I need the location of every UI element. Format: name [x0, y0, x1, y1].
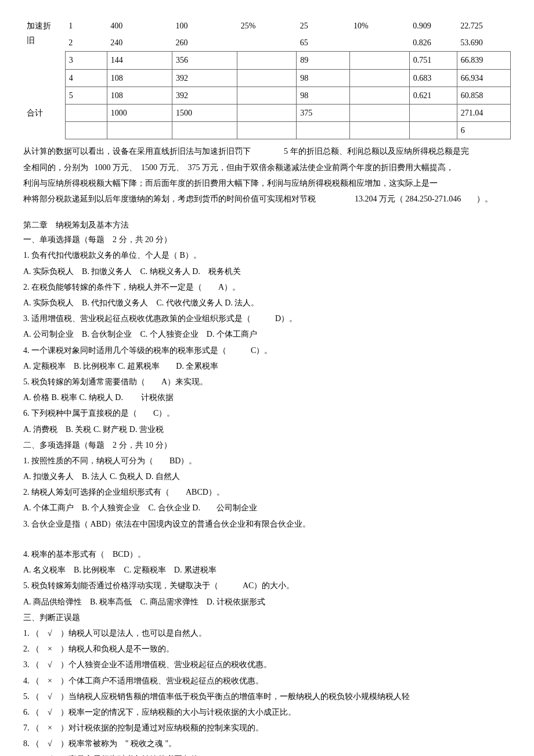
method-label-1: 加速折 [27, 19, 62, 33]
cell: 4 [65, 69, 107, 87]
tf-q6: 6. （ √ ）税率一定的情况下，应纳税额的大小与计税依据的大小成正比。 [23, 705, 511, 719]
cell [65, 104, 107, 121]
text: 1500 万元、 [141, 163, 184, 172]
text: 1000 万元、 [95, 163, 138, 172]
question-3-options: A. 公司制企业 B. 合伙制企业 C. 个人独资企业 D. 个体工商户 [23, 327, 511, 341]
cell: 0.751 [409, 52, 457, 69]
question-1: 1. 负有代扣代缴税款义务的单位、个人是（ B）。 [23, 248, 511, 262]
cell [350, 87, 409, 104]
tf-q9: 9. （ √ ）商品交易行为时税负转嫁的必要条件。 [23, 752, 511, 756]
cell [350, 104, 409, 121]
tf-q2: 2. （ × ）纳税人和负税人是不一致的。 [23, 642, 511, 656]
text: 13.204 万元（ 284.250-271.046 [355, 195, 461, 203]
text: ）。 [477, 195, 493, 203]
cell: 98 [297, 87, 350, 104]
text: 375 万元，但由于双倍余额递减法使企业前两个年度的折旧费用大幅提高， [188, 163, 454, 172]
cell: 392 [172, 69, 237, 87]
cell: 1000 [107, 104, 172, 121]
multi-q2-options: A. 个体工商户 B. 个人独资企业 C. 合伙企业 D. 公司制企业 [23, 501, 511, 515]
cell: 100 [172, 17, 237, 34]
question-6: 6. 下列税种中属于直接税的是（ C）。 [23, 406, 511, 420]
multi-q4: 4. 税率的基本形式有（ BCD）。 [23, 547, 511, 561]
cell: 375 [297, 104, 350, 121]
question-4-options: A. 定额税率 B. 比例税率 C. 超累税率 D. 全累税率 [23, 359, 511, 373]
cell [237, 52, 297, 69]
cell: 25% [237, 17, 297, 34]
question-4: 4. 一个课税对象同时适用几个等级的税率的税率形式是（ C）。 [23, 343, 511, 358]
cell: 144 [107, 52, 172, 69]
cell [237, 104, 297, 121]
cell: 400 [107, 17, 172, 34]
cell: 0.683 [409, 69, 457, 87]
text: 种将部分税款递延到以后年度缴纳的筹划，考虑到货币的时间价值可实现相对节税 [23, 195, 316, 203]
cell [350, 69, 409, 87]
analysis-paragraph: 全相同的，分别为 1000 万元、 1500 万元、 375 万元，但由于双倍余… [23, 160, 511, 175]
method-label-2: 旧 [27, 33, 62, 48]
question-5-options: A. 价格 B. 税率 C. 纳税人 D. 计税依据 [23, 390, 511, 405]
multi-q1: 1. 按照性质的不同，纳税人可分为（ BD）。 [23, 453, 511, 468]
cell: 10% [350, 17, 409, 34]
section-header: 一、单项选择题（每题 2 分，共 20 分） [23, 232, 511, 247]
cell: 260 [172, 34, 237, 52]
cell: 0.621 [409, 87, 457, 104]
total-label: 合计 [23, 104, 65, 121]
cell: 1500 [172, 104, 237, 121]
cell: 356 [172, 52, 237, 69]
cell: 98 [297, 69, 350, 87]
multi-q5-options: A. 商品供给弹性 B. 税率高低 C. 商品需求弹性 D. 计税依据形式 [23, 595, 511, 609]
table-row: 4 108 392 98 0.683 66.934 [23, 69, 511, 87]
multi-q1-options: A. 扣缴义务人 B. 法人 C. 负税人 D. 自然人 [23, 469, 511, 484]
cell: 2 [65, 34, 107, 52]
table-row: 5 108 392 98 0.621 60.858 [23, 87, 511, 104]
cell [237, 34, 297, 52]
multi-q2: 2. 纳税人筹划可选择的企业组织形式有（ ABCD）。 [23, 485, 511, 499]
cell: 66.934 [457, 69, 510, 87]
analysis-paragraph: 种将部分税款递延到以后年度缴纳的筹划，考虑到货币的时间价值可实现相对节税 13.… [23, 192, 511, 206]
tf-q8: 8. （ √ ）税率常被称为 " 税收之魂 "。 [23, 736, 511, 751]
question-2-options: A. 实际负税人 B. 代扣代缴义务人 C. 代收代缴义务人 D. 法人。 [23, 296, 511, 310]
cell: 66.839 [457, 52, 510, 69]
cell: 5 [65, 87, 107, 104]
cell: 108 [107, 69, 172, 87]
text: 5 年的折旧总额、利润总额以及应纳所得税总额是完 [284, 147, 469, 156]
cell: 3 [65, 52, 107, 69]
analysis-paragraph: 从计算的数据可以看出，设备在采用直线折旧法与加速折旧罚下 5 年的折旧总额、利润… [23, 144, 511, 159]
table-row-total: 合计 1000 1500 375 271.04 [23, 104, 511, 121]
multi-q5: 5. 税负转嫁筹划能否通过价格浮动实现，关键取决于（ AC）的大小。 [23, 578, 511, 593]
question-1-options: A. 实际负税人 B. 扣缴义务人 C. 纳税义务人 D. 税务机关 [23, 264, 511, 279]
question-2: 2. 在税负能够转嫁的条件下，纳税人并不一定是（ A）。 [23, 280, 511, 294]
cell: 89 [297, 52, 350, 69]
cell: 60.858 [457, 87, 510, 104]
cell: 6 [457, 122, 510, 139]
multi-q3: 3. 合伙企业是指（ ABD）依法在中国境内设立的普通合伙企业和有限合伙企业。 [23, 517, 511, 531]
cell: 0.909 [409, 17, 457, 34]
cell [350, 52, 409, 69]
table-row: 3 144 356 89 0.751 66.839 [23, 52, 511, 69]
cell [237, 87, 297, 104]
section-header: 三、判断正误题 [23, 610, 511, 625]
table-row-tail: 6 [23, 122, 511, 139]
cell [237, 69, 297, 87]
cell: 0.826 [409, 34, 457, 52]
cell: 25 [297, 17, 350, 34]
analysis-paragraph: 利润与应纳所得税税额大幅下降；而后面年度的折旧费用大幅下降，利润与应纳所得税税额… [23, 176, 511, 190]
cell [350, 34, 409, 52]
tf-q4: 4. （ × ）个体工商户不适用增值税、营业税起征点的税收优惠。 [23, 674, 511, 688]
depreciation-table: 加速折 旧 1 400 100 25% 25 10% 0.909 22.725 … [23, 17, 511, 139]
text: 从计算的数据可以看出，设备在采用直线折旧法与加速折旧罚下 [23, 147, 251, 156]
multi-q4-options: A. 名义税率 B. 比例税率 C. 定额税率 D. 累进税率 [23, 563, 511, 577]
cell: 53.690 [457, 34, 510, 52]
cell: 1 [65, 17, 107, 34]
cell: 271.04 [457, 104, 510, 121]
cell: 392 [172, 87, 237, 104]
tf-q3: 3. （ √ ）个人独资企业不适用增值税、营业税起征点的税收优惠。 [23, 657, 511, 672]
tf-q7: 7. （ × ）对计税依据的控制是通过对应纳税额的控制来实现的。 [23, 721, 511, 735]
cell: 108 [107, 87, 172, 104]
tf-q1: 1. （ √ ）纳税人可以是法人，也可以是自然人。 [23, 626, 511, 640]
chapter-title: 第二章 纳税筹划及基本方法 [23, 218, 511, 232]
text: 全相同的，分别为 [23, 163, 88, 172]
cell: 65 [297, 34, 350, 52]
section-header: 二、多项选择题（每题 2 分，共 10 分） [23, 438, 511, 452]
tf-q5: 5. （ √ ）当纳税人应税销售额的增值率低于税负平衡点的增值率时，一般纳税人的… [23, 689, 511, 704]
cell [409, 104, 457, 121]
